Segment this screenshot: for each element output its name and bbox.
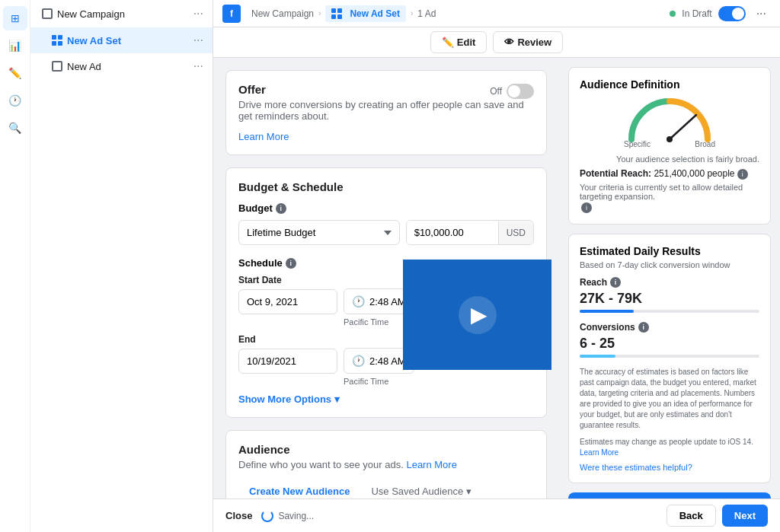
nav-new-adset[interactable]: New Ad Set	[325, 5, 406, 22]
offer-header: Offer Off	[238, 83, 534, 99]
gauge-container: Specific Broad	[580, 94, 759, 148]
home-icon: ⊞	[11, 12, 20, 24]
svg-line-0	[670, 115, 696, 139]
chart-icon-btn[interactable]: 📊	[3, 33, 27, 58]
gauge-labels: Specific Broad	[624, 140, 715, 148]
ad-icon	[52, 61, 62, 72]
close-button[interactable]: Close	[225, 510, 252, 521]
show-more-options[interactable]: Show More Options ▾	[238, 393, 534, 405]
saving-spinner	[261, 510, 273, 522]
tab-create-audience[interactable]: Create New Audience	[238, 479, 360, 499]
campaign-icon	[42, 8, 53, 19]
audience-learn-more[interactable]: Learn More	[406, 459, 456, 470]
estimated-subtitle: Based on 7-day click conversion window	[580, 260, 759, 269]
budget-info-icon[interactable]: i	[276, 203, 286, 214]
adset-nav-icon	[331, 8, 342, 19]
budget-amount: USD	[406, 220, 534, 245]
budget-amount-input[interactable]	[407, 221, 498, 244]
play-icon: ▶	[471, 302, 488, 327]
one-ad-nav-label: 1 Ad	[417, 8, 436, 19]
budget-type-select[interactable]: Lifetime Budget	[238, 220, 400, 245]
pencil-icon: ✏️	[8, 67, 21, 79]
nav-sep-2: ›	[411, 9, 413, 18]
clock-icon-btn[interactable]: 🕐	[3, 88, 27, 113]
edit-icon: ✏️	[442, 37, 454, 48]
topnav-more-btn[interactable]: ···	[752, 4, 771, 24]
next-button[interactable]: Next	[722, 505, 768, 527]
offer-learn-more[interactable]: Learn More	[238, 131, 289, 142]
campaign-nav-label: New Campaign	[251, 8, 314, 19]
campaign-more-icon[interactable]: ···	[193, 7, 203, 21]
chevron-down-icon: ▾	[334, 393, 340, 405]
sidebar-ad-label: New Ad	[67, 61, 193, 72]
top-nav: f New Campaign › New Ad Set › 1 Ad In Dr…	[213, 0, 780, 27]
end-time-value: 2:48 AM	[369, 355, 406, 367]
nav-one-ad[interactable]: 1 Ad	[417, 8, 436, 19]
conversions-bar-fill	[580, 355, 615, 358]
offer-toggle-label: Off	[490, 86, 502, 97]
status-toggle[interactable]	[718, 6, 746, 21]
offer-toggle-switch[interactable]	[507, 84, 534, 99]
icon-bar: ⊞ 📊 ✏️ 🕐 🔍	[0, 0, 30, 532]
toolbar: ✏️ Edit 👁 Review	[213, 27, 780, 58]
video-overlay[interactable]: ▶	[403, 260, 551, 370]
conversions-row-label: Conversions i	[580, 322, 759, 333]
potential-reach: Potential Reach: 251,400,000 people i	[580, 168, 759, 180]
adset-icon	[52, 35, 62, 46]
sidebar-item-adset[interactable]: New Ad Set ···	[30, 27, 213, 53]
edit-icon-btn[interactable]: ✏️	[3, 61, 27, 85]
budget-label: Budget i	[238, 202, 534, 214]
schedule-info-icon[interactable]: i	[286, 258, 296, 269]
chart-icon: 📊	[8, 40, 21, 52]
footer-right: Back Next	[667, 505, 768, 527]
edit-button[interactable]: ✏️ Edit	[430, 31, 488, 53]
ad-more-icon[interactable]: ···	[193, 59, 203, 73]
main-container: f New Campaign › New Ad Set › 1 Ad In Dr…	[213, 0, 780, 532]
end-date-input[interactable]	[238, 349, 337, 374]
reach-row-info-icon[interactable]: i	[610, 277, 621, 288]
conversions-info-icon[interactable]: i	[638, 322, 649, 333]
footer-left: Close Saving...	[225, 510, 314, 522]
nav-status: In Draft ···	[670, 4, 771, 24]
sidebar-campaign-label: New Campaign	[57, 8, 193, 20]
reach-bar-wrap	[580, 310, 759, 313]
tab-saved-audience[interactable]: Use Saved Audience ▾	[360, 479, 481, 499]
clock-icon: 🕐	[8, 94, 21, 107]
conversions-row-value: 6 - 25	[580, 336, 759, 352]
sidebar-item-ad[interactable]: New Ad ···	[30, 53, 213, 79]
sidebar-item-campaign[interactable]: New Campaign ···	[30, 0, 213, 27]
reach-title: Potential Reach:	[580, 168, 651, 179]
status-dot	[670, 11, 676, 17]
search-icon-btn[interactable]: 🔍	[3, 116, 27, 140]
tooltip-banner: ✕ Now you can quickly create a lookalike…	[568, 492, 771, 499]
start-time-value: 2:48 AM	[369, 296, 406, 307]
adset-more-icon[interactable]: ···	[193, 33, 203, 47]
clock-end-icon: 🕐	[352, 355, 365, 367]
search-icon: 🔍	[8, 122, 21, 134]
reach-info-icon[interactable]: i	[737, 169, 748, 180]
reach-count: 251,400,000 people	[654, 168, 734, 179]
audience-definition-card: Audience Definition Specific B	[568, 67, 771, 225]
offer-toggle[interactable]: Off	[490, 84, 534, 99]
audience-title: Audience	[238, 443, 534, 456]
targeting-info-icon[interactable]: i	[581, 202, 592, 213]
home-icon-btn[interactable]: ⊞	[3, 6, 27, 30]
review-button[interactable]: 👁 Review	[493, 31, 563, 53]
content-area: Offer Off Drive more conversions by crea…	[213, 58, 780, 499]
tab-saved-chevron: ▾	[466, 486, 472, 497]
estimated-accuracy-note: The accuracy of estimates is based on fa…	[580, 367, 759, 431]
offer-card: Offer Off Drive more conversions by crea…	[225, 70, 547, 155]
play-button[interactable]: ▶	[459, 296, 497, 334]
helpful-question[interactable]: Were these estimates helpful?	[580, 463, 759, 472]
start-date-input[interactable]	[238, 289, 337, 314]
gauge-broad-label: Broad	[695, 140, 715, 148]
audience-broad-note: Your audience selection is fairly broad.	[580, 155, 759, 164]
gauge-specific-label: Specific	[624, 140, 651, 148]
offer-toggle-knob	[508, 85, 520, 97]
reach-bar-fill	[580, 310, 634, 313]
nav-new-campaign[interactable]: New Campaign	[251, 8, 314, 19]
audience-card: Audience Define who you want to see your…	[225, 430, 547, 499]
back-button[interactable]: Back	[667, 505, 716, 527]
footer: Close Saving... Back Next	[213, 499, 780, 532]
ios-learn-more[interactable]: Learn More	[580, 448, 619, 457]
